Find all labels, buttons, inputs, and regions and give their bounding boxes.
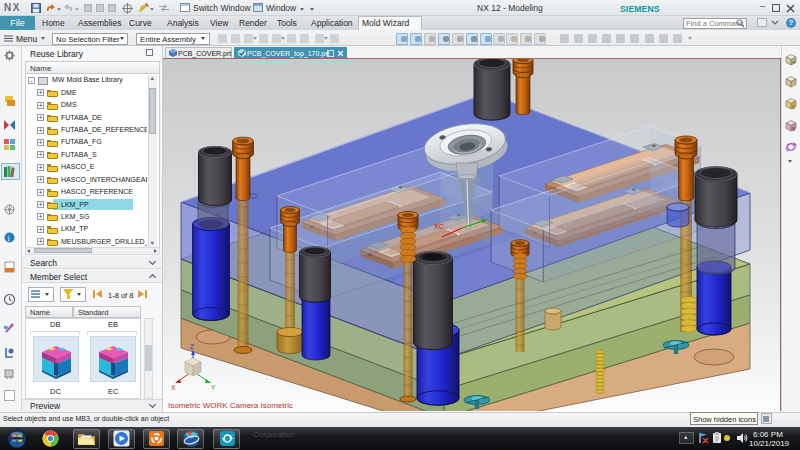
svg-text:+: +	[792, 59, 796, 66]
svg-text:Isometric WORK Camera Isometri: Isometric WORK Camera Isometric	[168, 401, 293, 410]
svg-text:XC: XC	[434, 223, 444, 230]
svg-text:Y: Y	[211, 384, 216, 391]
svg-text:Z: Z	[190, 343, 194, 350]
svg-text:X: X	[171, 384, 176, 391]
svg-text:s: s	[792, 103, 796, 110]
svg-text:x: x	[792, 125, 796, 132]
